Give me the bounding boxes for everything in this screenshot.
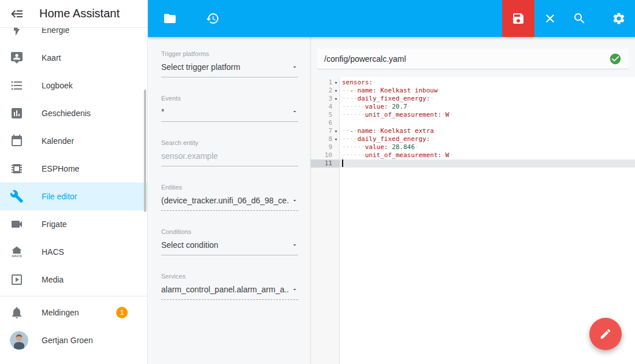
settings-button[interactable] bbox=[605, 5, 633, 32]
field-conditions-input[interactable]: Select condition bbox=[161, 240, 298, 255]
toolbar-right bbox=[500, 0, 635, 37]
field-label: Conditions bbox=[161, 228, 298, 235]
history-button[interactable] bbox=[199, 5, 226, 32]
code-line-6[interactable]: 6 bbox=[311, 119, 635, 127]
field-services: Servicesalarm_control_panel.alarm_arm_a.… bbox=[161, 273, 298, 300]
sidebar-divider bbox=[0, 296, 147, 296]
field-search-entity: Search entitysensor.example bbox=[161, 139, 298, 166]
file-path-bar[interactable]: /config/powercalc.yaml bbox=[317, 49, 629, 69]
code-line-text: ······unit_of_measurement:·W· bbox=[340, 151, 635, 159]
fold-arrow-icon[interactable]: ▾ bbox=[332, 87, 340, 95]
fold-arrow-icon bbox=[332, 111, 340, 119]
user-avatar bbox=[10, 331, 28, 350]
gutter-cell: 9 bbox=[311, 143, 340, 151]
save-button[interactable] bbox=[502, 0, 534, 37]
fold-arrow-icon[interactable]: ▾ bbox=[332, 135, 340, 143]
fold-arrow-icon[interactable]: ▾ bbox=[332, 95, 340, 103]
sidebar-item-label: File editor bbox=[42, 192, 77, 201]
notification-count-badge: 1 bbox=[116, 307, 128, 318]
code-line-11[interactable]: 11 bbox=[311, 159, 635, 168]
play-box-icon bbox=[10, 273, 24, 287]
gutter-cell: 3▾ bbox=[311, 95, 340, 103]
field-value: alarm_control_panel.alarm_arm_a... bbox=[161, 285, 289, 294]
code-line-4[interactable]: 4······value:·20.7· bbox=[311, 103, 635, 111]
fold-arrow-icon[interactable]: ▾ bbox=[332, 79, 340, 87]
field-value: (device_tracker.unifi_06_d6_98_ce... bbox=[161, 196, 289, 205]
line-number: 2 bbox=[311, 87, 332, 95]
sidebar-item-frigate[interactable]: Frigate bbox=[0, 210, 147, 238]
line-number: 10 bbox=[311, 151, 332, 159]
sidebar-item-kalender[interactable]: Kalender bbox=[0, 127, 147, 155]
sidebar-item-kaart[interactable]: Kaart bbox=[0, 44, 147, 72]
menu-icon bbox=[10, 7, 24, 21]
sidebar-item-label: Media bbox=[42, 275, 64, 284]
sidebar-item-geschiedenis[interactable]: Geschiedenis bbox=[0, 99, 147, 127]
sidebar-toggle-button[interactable] bbox=[10, 6, 25, 21]
line-number: 5 bbox=[311, 111, 332, 119]
sidebar-item-logboek[interactable]: Logboek bbox=[0, 72, 147, 99]
sidebar-item-esphome[interactable]: ESPHome bbox=[0, 155, 147, 183]
field-entities: Entities(device_tracker.unifi_06_d6_98_c… bbox=[161, 184, 298, 211]
gutter-cell: 2▾ bbox=[311, 87, 340, 95]
line-number: 7 bbox=[311, 127, 332, 135]
search-button[interactable] bbox=[566, 5, 593, 32]
video-icon bbox=[10, 217, 24, 231]
field-trigger-platforms: Trigger platformsSelect trigger platform bbox=[161, 50, 298, 77]
sidebar-item-label: Kaart bbox=[42, 53, 61, 62]
sidebar-item-notifications[interactable]: Meldingen 1 bbox=[0, 299, 147, 326]
close-button[interactable] bbox=[536, 5, 564, 32]
edit-fab-button[interactable] bbox=[589, 318, 622, 350]
gutter-cell: 1▾ bbox=[311, 79, 340, 87]
sidebar-item-label: Logboek bbox=[42, 81, 73, 90]
code-line-text: ······value:·20.7· bbox=[340, 103, 635, 111]
code-line-3[interactable]: 3▾····daily_fixed_energy:· bbox=[311, 95, 635, 103]
wrench-icon bbox=[10, 190, 24, 203]
fold-arrow-icon[interactable]: ▾ bbox=[332, 127, 340, 135]
code-line-8[interactable]: 8▾····daily_fixed_energy:· bbox=[311, 135, 635, 143]
field-entities-input[interactable]: (device_tracker.unifi_06_d6_98_ce... bbox=[161, 196, 298, 211]
code-lines: 1▾sensors:·2▾··-·name:·Koelkast inbouw·3… bbox=[311, 79, 635, 168]
sidebar-user-profile[interactable]: Gertjan Groen bbox=[0, 326, 147, 354]
sidebar-nav-list: EnergieKaartLogboekGeschiedenisKalenderE… bbox=[0, 16, 147, 354]
sidebar-header: Home Assistant bbox=[0, 0, 147, 28]
dropdown-caret-icon bbox=[291, 242, 298, 248]
sidebar-item-file-editor[interactable]: File editor bbox=[0, 183, 147, 210]
field-trigger-platforms-input[interactable]: Select trigger platform bbox=[161, 62, 298, 77]
code-line-7[interactable]: 7▾··-·name:·Koelkast extra· bbox=[311, 127, 635, 135]
dropdown-caret-icon bbox=[291, 197, 298, 204]
sidebar-item-hacs[interactable]: HACSHACS bbox=[0, 238, 147, 266]
code-line-5[interactable]: 5······unit_of_measurement:·W· bbox=[311, 111, 635, 119]
field-services-input[interactable]: alarm_control_panel.alarm_arm_a... bbox=[161, 285, 298, 300]
line-number: 6 bbox=[311, 119, 332, 127]
field-label: Entities bbox=[161, 184, 298, 191]
fold-arrow-icon bbox=[332, 151, 340, 159]
code-line-2[interactable]: 2▾··-·name:·Koelkast inbouw· bbox=[311, 87, 635, 95]
line-number: 4 bbox=[311, 103, 332, 111]
history-icon bbox=[206, 12, 220, 25]
sidebar-scrollbar[interactable] bbox=[144, 90, 146, 212]
dropdown-caret-icon bbox=[291, 286, 298, 293]
code-line-text: ····daily_fixed_energy:· bbox=[340, 135, 635, 143]
field-label: Search entity bbox=[161, 139, 298, 146]
user-name: Gertjan Groen bbox=[42, 336, 93, 345]
pencil-icon bbox=[599, 328, 612, 340]
gutter-cell: 4 bbox=[311, 103, 340, 111]
field-events-input[interactable]: * bbox=[161, 107, 298, 122]
code-line-text: ······unit_of_measurement:·W· bbox=[340, 111, 635, 119]
fold-arrow-icon bbox=[332, 103, 340, 111]
field-events: Events* bbox=[161, 95, 298, 122]
code-line-10[interactable]: 10······unit_of_measurement:·W· bbox=[311, 151, 635, 159]
field-value: * bbox=[161, 107, 164, 116]
svg-text:HACS: HACS bbox=[12, 254, 21, 258]
sidebar-item-media[interactable]: Media bbox=[0, 266, 147, 294]
field-conditions: ConditionsSelect condition bbox=[161, 228, 298, 255]
gutter-cell: 7▾ bbox=[311, 127, 340, 135]
code-line-9[interactable]: 9······value:·28.846· bbox=[311, 143, 635, 151]
open-file-button[interactable] bbox=[156, 5, 184, 32]
dropdown-caret-icon bbox=[291, 64, 298, 70]
code-editor[interactable]: 1▾sensors:·2▾··-·name:·Koelkast inbouw·3… bbox=[311, 77, 635, 364]
code-line-text: ····daily_fixed_energy:· bbox=[340, 95, 635, 103]
code-line-1[interactable]: 1▾sensors:· bbox=[311, 79, 635, 87]
field-search-entity-input[interactable]: sensor.example bbox=[161, 151, 298, 166]
notifications-label: Meldingen bbox=[42, 308, 79, 317]
